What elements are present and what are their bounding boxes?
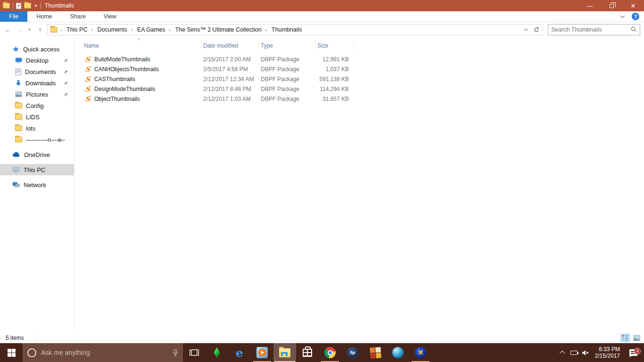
sidebar-label: LIDS xyxy=(26,114,40,121)
search-input[interactable] xyxy=(548,26,631,33)
taskbar-app-media-player[interactable] xyxy=(251,343,273,362)
large-icons-view-button[interactable] xyxy=(632,334,641,342)
breadcrumb-thumbnails[interactable]: Thumbnails xyxy=(272,26,302,33)
taskbar-app-x[interactable]: ✕ xyxy=(409,343,432,362)
folder-icon xyxy=(50,27,58,33)
quick-access-star-icon xyxy=(12,46,19,53)
tab-share[interactable]: Share xyxy=(61,11,95,22)
close-button[interactable]: ✕ xyxy=(622,0,644,11)
breadcrumb[interactable]: ›EA Games xyxy=(130,26,166,33)
up-button[interactable]: ↑ xyxy=(35,25,45,33)
tab-view[interactable]: View xyxy=(95,11,125,22)
search-icon[interactable] xyxy=(631,26,637,33)
minimize-button[interactable]: — xyxy=(579,0,601,11)
blue-orb-icon xyxy=(392,347,404,358)
file-date: 2/12/2017 1:03 AM xyxy=(201,96,259,102)
sidebar-item-dashes-folder[interactable]: ------------n----e-- xyxy=(0,134,74,145)
breadcrumb-documents[interactable]: Documents xyxy=(97,26,127,33)
sidebar-item-config[interactable]: Config xyxy=(0,100,74,111)
new-folder-icon[interactable] xyxy=(24,3,31,8)
hp-icon: hp xyxy=(347,347,358,358)
file-date: 2/12/2017 12:34 AM xyxy=(201,76,259,82)
minimize-ribbon-chevron-icon[interactable] xyxy=(620,15,625,18)
sidebar-item-desktop[interactable]: Desktop xyxy=(0,55,74,66)
sidebar-item-this-pc[interactable]: This PC xyxy=(0,164,74,175)
file-date: 2/5/2017 4:58 PM xyxy=(201,66,259,73)
taskbar-app-sims[interactable] xyxy=(206,343,228,362)
column-header-type[interactable]: Type xyxy=(259,41,315,51)
column-header-date-modified[interactable]: Date modified xyxy=(201,41,259,51)
breadcrumb[interactable]: ›The Sims™ 2 Ultimate Collection xyxy=(168,26,262,33)
divider xyxy=(13,2,13,9)
task-view-button[interactable] xyxy=(183,343,206,362)
address-bar[interactable]: ›This PC ›Documents ›EA Games ›The Sims™… xyxy=(47,24,543,35)
tab-home[interactable]: Home xyxy=(27,11,61,22)
recent-locations-chevron-icon[interactable]: ▼ xyxy=(27,27,33,32)
breadcrumb-ea-games[interactable]: EA Games xyxy=(137,26,165,33)
taskbar-app-file-explorer[interactable] xyxy=(273,343,296,362)
breadcrumb-this-pc[interactable]: This PC xyxy=(66,26,87,33)
refresh-icon[interactable] xyxy=(533,26,540,33)
sims-plumbob-icon xyxy=(214,347,220,358)
taskbar-clock[interactable]: 6:33 PM 2/15/2017 xyxy=(591,346,625,359)
photo-collage-icon xyxy=(370,347,381,359)
volume-muted-icon[interactable] xyxy=(580,350,591,356)
cortana-search-box[interactable]: Ask me anything xyxy=(23,343,183,362)
restore-button[interactable] xyxy=(601,0,622,11)
sidebar-label: This PC xyxy=(24,166,45,173)
taskbar-app-store[interactable] xyxy=(296,343,319,362)
taskbar-app-edge[interactable]: e xyxy=(228,343,251,362)
column-header-name[interactable]: ∧ Name xyxy=(82,41,201,51)
sidebar-item-network[interactable]: Network xyxy=(0,179,74,190)
microphone-icon[interactable] xyxy=(173,349,178,357)
notification-badge: 4 xyxy=(634,348,641,354)
forward-button[interactable]: → xyxy=(15,25,25,33)
breadcrumb[interactable]: ›Thumbnails xyxy=(264,26,303,33)
sidebar-item-downloads[interactable]: Downloads xyxy=(0,77,74,89)
taskbar-app-photo-collage[interactable] xyxy=(364,343,387,362)
taskbar-app-blue-orb[interactable] xyxy=(387,343,409,362)
tray-expand-chevron-icon[interactable] xyxy=(557,351,569,354)
properties-icon[interactable] xyxy=(16,3,21,9)
file-row[interactable]: SCASThumbnails 2/12/2017 12:34 AM DBPF P… xyxy=(82,74,644,84)
address-dropdown-chevron-icon[interactable] xyxy=(524,28,528,31)
battery-icon[interactable] xyxy=(569,351,580,355)
file-name: ObjectThumbnails xyxy=(94,96,140,102)
file-size: 31,657 KB xyxy=(315,96,354,102)
help-icon[interactable]: ? xyxy=(632,13,639,20)
search-box[interactable] xyxy=(548,24,640,35)
sidebar-item-onedrive[interactable]: OneDrive xyxy=(0,149,74,160)
ribbon-tabs: File Home Share View ? xyxy=(0,11,644,22)
desktop-icon xyxy=(15,58,22,64)
sidebar-label: Downloads xyxy=(25,80,56,87)
file-row[interactable]: SDesignModeThumbnails 2/12/2017 8:46 PM … xyxy=(82,84,644,94)
sidebar-item-lids[interactable]: LIDS xyxy=(0,111,74,123)
file-row[interactable]: SBuildModeThumbnails 2/15/2017 2:00 AM D… xyxy=(82,54,644,64)
sidebar-item-documents[interactable]: Documents xyxy=(0,66,74,77)
sidebar-item-quick-access[interactable]: Quick access xyxy=(0,43,74,55)
taskbar-app-hp[interactable]: hp xyxy=(341,343,364,362)
thumbnail-view-icon xyxy=(633,335,640,341)
sidebar-item-lots[interactable]: lots xyxy=(0,123,74,134)
file-size: 114,294 KB xyxy=(315,86,354,92)
file-name: CASThumbnails xyxy=(94,76,135,82)
breadcrumb[interactable]: ›Documents xyxy=(90,26,128,33)
breadcrumb-sims2-collection[interactable]: The Sims™ 2 Ultimate Collection xyxy=(175,26,261,33)
file-row[interactable]: SObjectThumbnails 2/12/2017 1:03 AM DBPF… xyxy=(82,94,644,104)
back-button[interactable]: ← xyxy=(3,25,13,33)
details-view-button[interactable] xyxy=(620,334,630,342)
customize-qat-chevron-icon[interactable]: ▼ xyxy=(34,4,38,8)
sort-ascending-indicator: ∧ xyxy=(138,37,140,41)
cortana-icon xyxy=(27,348,36,357)
sidebar-item-pictures[interactable]: Pictures xyxy=(0,89,74,100)
file-type: DBPF Package xyxy=(259,56,315,63)
tab-file[interactable]: File xyxy=(0,11,27,22)
action-center-button[interactable]: 4 xyxy=(625,349,642,356)
file-row[interactable]: SCANHObjectsThumbnails 2/5/2017 4:58 PM … xyxy=(82,64,644,74)
sims-package-icon: S xyxy=(84,75,91,83)
start-button[interactable] xyxy=(0,343,23,362)
sims-package-icon: S xyxy=(84,85,91,93)
taskbar-app-chrome[interactable] xyxy=(319,343,341,362)
breadcrumb[interactable]: ›This PC xyxy=(59,26,88,33)
column-header-size[interactable]: Size xyxy=(315,41,354,51)
